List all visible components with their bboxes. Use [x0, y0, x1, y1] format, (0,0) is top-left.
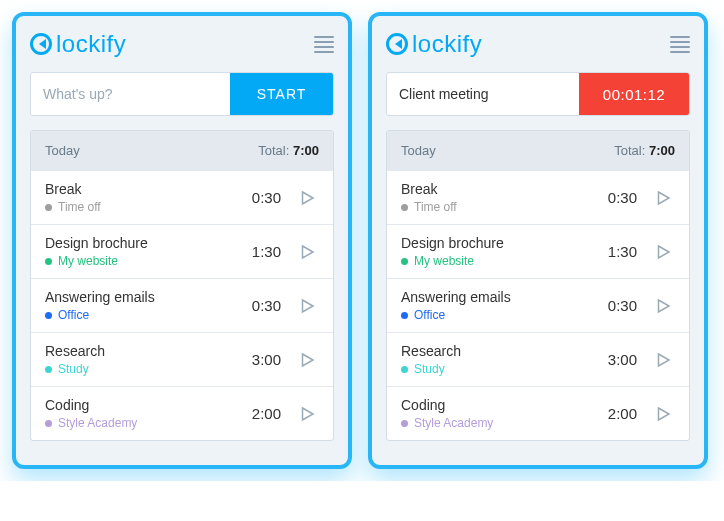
svg-marker-2 — [303, 300, 314, 312]
entry-duration: 0:30 — [252, 189, 281, 206]
time-entry: Design brochureMy website1:30 — [31, 224, 333, 278]
entry-duration: 2:00 — [252, 405, 281, 422]
entry-info: BreakTime off — [401, 181, 598, 214]
entry-title: Coding — [401, 397, 598, 413]
total-label: Total: 7:00 — [614, 143, 675, 158]
project-dot-icon — [45, 366, 52, 373]
svg-marker-0 — [303, 192, 314, 204]
entry-info: Design brochureMy website — [45, 235, 242, 268]
entries-list: Today Total: 7:00 BreakTime off0:30Desig… — [30, 130, 334, 441]
timer-row: Client meeting 00:01:12 — [386, 72, 690, 116]
entry-title: Design brochure — [45, 235, 242, 251]
entry-project: Office — [401, 308, 598, 322]
app-logo: lockify — [30, 30, 126, 58]
clock-icon — [30, 33, 52, 55]
play-icon[interactable] — [651, 240, 675, 264]
entry-duration: 0:30 — [252, 297, 281, 314]
project-dot-icon — [401, 258, 408, 265]
menu-icon[interactable] — [314, 36, 334, 53]
entries-list: Today Total: 7:00 BreakTime off0:30Desig… — [386, 130, 690, 441]
entry-duration: 3:00 — [252, 351, 281, 368]
entry-project: My website — [45, 254, 242, 268]
entry-project: Time off — [45, 200, 242, 214]
entry-title: Break — [401, 181, 598, 197]
entry-duration: 0:30 — [608, 189, 637, 206]
time-entry: Answering emailsOffice0:30 — [387, 278, 689, 332]
entry-duration: 2:00 — [608, 405, 637, 422]
panel-header: lockify — [386, 30, 690, 58]
panel-header: lockify — [30, 30, 334, 58]
time-entry: Answering emailsOffice0:30 — [31, 278, 333, 332]
entry-info: Answering emailsOffice — [45, 289, 242, 322]
project-dot-icon — [45, 204, 52, 211]
entry-project: My website — [401, 254, 598, 268]
play-icon[interactable] — [295, 294, 319, 318]
svg-marker-5 — [659, 192, 670, 204]
start-button[interactable]: START — [230, 73, 333, 115]
project-dot-icon — [45, 258, 52, 265]
menu-icon[interactable] — [670, 36, 690, 53]
entry-project: Study — [401, 362, 598, 376]
entry-info: Answering emailsOffice — [401, 289, 598, 322]
svg-marker-3 — [303, 354, 314, 366]
entry-title: Break — [45, 181, 242, 197]
svg-marker-7 — [659, 300, 670, 312]
clock-icon — [386, 33, 408, 55]
entries-container-0: BreakTime off0:30Design brochureMy websi… — [31, 170, 333, 440]
entry-duration: 1:30 — [608, 243, 637, 260]
tracker-panel: lockify START Today Total: 7:00 BreakTim… — [12, 12, 352, 469]
time-entry: CodingStyle Academy2:00 — [387, 386, 689, 440]
time-entry: CodingStyle Academy2:00 — [31, 386, 333, 440]
play-icon[interactable] — [651, 348, 675, 372]
entries-container-1: BreakTime off0:30Design brochureMy websi… — [387, 170, 689, 440]
svg-marker-6 — [659, 246, 670, 258]
time-entry: BreakTime off0:30 — [387, 170, 689, 224]
timer-row: START — [30, 72, 334, 116]
entry-duration: 1:30 — [252, 243, 281, 260]
entry-title: Answering emails — [45, 289, 242, 305]
entry-title: Research — [45, 343, 242, 359]
entry-project: Study — [45, 362, 242, 376]
entry-info: Design brochureMy website — [401, 235, 598, 268]
entry-info: BreakTime off — [45, 181, 242, 214]
play-icon[interactable] — [295, 186, 319, 210]
list-header: Today Total: 7:00 — [31, 131, 333, 170]
stop-button[interactable]: 00:01:12 — [579, 73, 689, 115]
play-icon[interactable] — [295, 240, 319, 264]
time-entry: Design brochureMy website1:30 — [387, 224, 689, 278]
entry-project: Style Academy — [45, 416, 242, 430]
task-input[interactable] — [31, 73, 230, 115]
svg-marker-4 — [303, 408, 314, 420]
play-icon[interactable] — [651, 294, 675, 318]
entry-project: Time off — [401, 200, 598, 214]
entry-title: Answering emails — [401, 289, 598, 305]
entry-duration: 3:00 — [608, 351, 637, 368]
entry-info: CodingStyle Academy — [401, 397, 598, 430]
entry-info: ResearchStudy — [45, 343, 242, 376]
play-icon[interactable] — [295, 348, 319, 372]
list-header: Today Total: 7:00 — [387, 131, 689, 170]
task-input[interactable]: Client meeting — [387, 73, 579, 115]
project-dot-icon — [401, 204, 408, 211]
time-entry: ResearchStudy3:00 — [31, 332, 333, 386]
entry-title: Design brochure — [401, 235, 598, 251]
time-entry: ResearchStudy3:00 — [387, 332, 689, 386]
day-label: Today — [401, 143, 436, 158]
entry-project: Style Academy — [401, 416, 598, 430]
entry-info: CodingStyle Academy — [45, 397, 242, 430]
project-dot-icon — [401, 420, 408, 427]
svg-marker-1 — [303, 246, 314, 258]
project-dot-icon — [45, 420, 52, 427]
entry-title: Research — [401, 343, 598, 359]
play-icon[interactable] — [651, 402, 675, 426]
project-dot-icon — [45, 312, 52, 319]
play-icon[interactable] — [651, 186, 675, 210]
tracker-panel: lockify Client meeting 00:01:12 Today To… — [368, 12, 708, 469]
svg-marker-9 — [659, 408, 670, 420]
total-label: Total: 7:00 — [258, 143, 319, 158]
play-icon[interactable] — [295, 402, 319, 426]
entry-project: Office — [45, 308, 242, 322]
project-dot-icon — [401, 366, 408, 373]
app-logo: lockify — [386, 30, 482, 58]
svg-marker-8 — [659, 354, 670, 366]
